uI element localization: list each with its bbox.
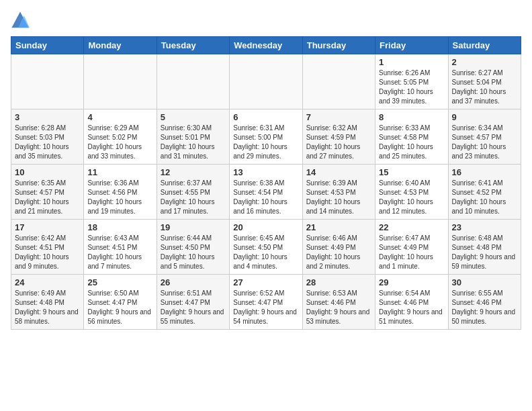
day-number: 9 <box>452 112 517 122</box>
day-info: Sunrise: 6:36 AM Sunset: 4:56 PM Dayligh… <box>87 179 152 216</box>
calendar-cell: 5Sunrise: 6:30 AM Sunset: 5:01 PM Daylig… <box>157 109 229 165</box>
day-number: 17 <box>15 222 80 232</box>
calendar-cell: 24Sunrise: 6:49 AM Sunset: 4:48 PM Dayli… <box>11 275 84 330</box>
calendar-cell: 14Sunrise: 6:39 AM Sunset: 4:53 PM Dayli… <box>302 165 375 220</box>
calendar-cell <box>302 54 375 109</box>
header-saturday: Saturday <box>448 37 521 54</box>
day-number: 19 <box>161 222 226 232</box>
header-tuesday: Tuesday <box>157 37 229 54</box>
day-info: Sunrise: 6:29 AM Sunset: 5:02 PM Dayligh… <box>87 124 152 161</box>
day-number: 7 <box>306 112 371 122</box>
day-info: Sunrise: 6:53 AM Sunset: 4:46 PM Dayligh… <box>306 289 371 326</box>
calendar-cell: 26Sunrise: 6:51 AM Sunset: 4:47 PM Dayli… <box>157 275 229 330</box>
day-info: Sunrise: 6:46 AM Sunset: 4:49 PM Dayligh… <box>306 234 371 271</box>
calendar-cell: 1Sunrise: 6:26 AM Sunset: 5:05 PM Daylig… <box>375 54 448 109</box>
day-number: 16 <box>452 167 517 177</box>
day-number: 3 <box>15 112 80 122</box>
day-number: 23 <box>452 222 517 232</box>
calendar-cell: 27Sunrise: 6:52 AM Sunset: 4:47 PM Dayli… <box>230 275 302 330</box>
header-wednesday: Wednesday <box>230 37 302 54</box>
calendar-cell <box>230 54 302 109</box>
calendar-cell: 19Sunrise: 6:44 AM Sunset: 4:50 PM Dayli… <box>157 220 229 275</box>
day-number: 12 <box>161 167 226 177</box>
calendar-table: SundayMondayTuesdayWednesdayThursdayFrid… <box>11 36 521 330</box>
day-number: 25 <box>87 277 152 287</box>
day-info: Sunrise: 6:30 AM Sunset: 5:01 PM Dayligh… <box>161 124 226 161</box>
day-number: 14 <box>306 167 371 177</box>
day-number: 18 <box>87 222 152 232</box>
day-info: Sunrise: 6:43 AM Sunset: 4:51 PM Dayligh… <box>87 234 152 271</box>
week-row-3: 17Sunrise: 6:42 AM Sunset: 4:51 PM Dayli… <box>11 220 521 275</box>
week-row-1: 3Sunrise: 6:28 AM Sunset: 5:03 PM Daylig… <box>11 109 521 165</box>
day-number: 27 <box>233 277 298 287</box>
day-info: Sunrise: 6:31 AM Sunset: 5:00 PM Dayligh… <box>233 124 298 161</box>
day-info: Sunrise: 6:41 AM Sunset: 4:52 PM Dayligh… <box>452 179 517 216</box>
calendar-cell: 25Sunrise: 6:50 AM Sunset: 4:47 PM Dayli… <box>84 275 157 330</box>
day-number: 21 <box>306 222 371 232</box>
header-monday: Monday <box>84 37 157 54</box>
logo-icon <box>11 11 30 30</box>
week-row-0: 1Sunrise: 6:26 AM Sunset: 5:05 PM Daylig… <box>11 54 521 109</box>
day-info: Sunrise: 6:48 AM Sunset: 4:48 PM Dayligh… <box>452 234 517 271</box>
calendar-cell: 18Sunrise: 6:43 AM Sunset: 4:51 PM Dayli… <box>84 220 157 275</box>
day-number: 28 <box>306 277 371 287</box>
calendar-cell: 22Sunrise: 6:47 AM Sunset: 4:49 PM Dayli… <box>375 220 448 275</box>
calendar-cell: 16Sunrise: 6:41 AM Sunset: 4:52 PM Dayli… <box>448 165 521 220</box>
day-info: Sunrise: 6:55 AM Sunset: 4:46 PM Dayligh… <box>452 289 517 326</box>
calendar-cell <box>11 54 84 109</box>
day-number: 1 <box>379 57 444 67</box>
day-info: Sunrise: 6:35 AM Sunset: 4:57 PM Dayligh… <box>15 179 80 216</box>
day-info: Sunrise: 6:33 AM Sunset: 4:58 PM Dayligh… <box>379 124 444 161</box>
day-info: Sunrise: 6:50 AM Sunset: 4:47 PM Dayligh… <box>87 289 152 326</box>
day-info: Sunrise: 6:42 AM Sunset: 4:51 PM Dayligh… <box>15 234 80 271</box>
day-number: 11 <box>87 167 152 177</box>
header-thursday: Thursday <box>302 37 375 54</box>
week-row-2: 10Sunrise: 6:35 AM Sunset: 4:57 PM Dayli… <box>11 165 521 220</box>
calendar-cell: 3Sunrise: 6:28 AM Sunset: 5:03 PM Daylig… <box>11 109 84 165</box>
day-info: Sunrise: 6:39 AM Sunset: 4:53 PM Dayligh… <box>306 179 371 216</box>
day-info: Sunrise: 6:51 AM Sunset: 4:47 PM Dayligh… <box>161 289 226 326</box>
day-info: Sunrise: 6:52 AM Sunset: 4:47 PM Dayligh… <box>233 289 298 326</box>
day-number: 24 <box>15 277 80 287</box>
day-info: Sunrise: 6:47 AM Sunset: 4:49 PM Dayligh… <box>379 234 444 271</box>
header-sunday: Sunday <box>11 37 84 54</box>
day-number: 6 <box>233 112 298 122</box>
day-info: Sunrise: 6:49 AM Sunset: 4:48 PM Dayligh… <box>15 289 80 326</box>
header-friday: Friday <box>375 37 448 54</box>
day-info: Sunrise: 6:28 AM Sunset: 5:03 PM Dayligh… <box>15 124 80 161</box>
day-number: 22 <box>379 222 444 232</box>
calendar-cell: 29Sunrise: 6:54 AM Sunset: 4:46 PM Dayli… <box>375 275 448 330</box>
calendar-cell: 28Sunrise: 6:53 AM Sunset: 4:46 PM Dayli… <box>302 275 375 330</box>
day-number: 15 <box>379 167 444 177</box>
day-info: Sunrise: 6:44 AM Sunset: 4:50 PM Dayligh… <box>161 234 226 271</box>
day-number: 5 <box>161 112 226 122</box>
day-info: Sunrise: 6:27 AM Sunset: 5:04 PM Dayligh… <box>452 68 517 106</box>
day-info: Sunrise: 6:54 AM Sunset: 4:46 PM Dayligh… <box>379 289 444 326</box>
day-number: 10 <box>15 167 80 177</box>
day-number: 2 <box>452 57 517 67</box>
calendar-cell: 11Sunrise: 6:36 AM Sunset: 4:56 PM Dayli… <box>84 165 157 220</box>
calendar-header-row: SundayMondayTuesdayWednesdayThursdayFrid… <box>11 37 521 54</box>
calendar-cell: 20Sunrise: 6:45 AM Sunset: 4:50 PM Dayli… <box>230 220 302 275</box>
calendar-cell: 13Sunrise: 6:38 AM Sunset: 4:54 PM Dayli… <box>230 165 302 220</box>
day-number: 13 <box>233 167 298 177</box>
calendar-cell: 9Sunrise: 6:34 AM Sunset: 4:57 PM Daylig… <box>448 109 521 165</box>
calendar-cell: 10Sunrise: 6:35 AM Sunset: 4:57 PM Dayli… <box>11 165 84 220</box>
calendar-cell: 23Sunrise: 6:48 AM Sunset: 4:48 PM Dayli… <box>448 220 521 275</box>
calendar-cell <box>157 54 229 109</box>
header <box>11 11 521 30</box>
day-info: Sunrise: 6:26 AM Sunset: 5:05 PM Dayligh… <box>379 68 444 106</box>
calendar-cell: 17Sunrise: 6:42 AM Sunset: 4:51 PM Dayli… <box>11 220 84 275</box>
calendar-cell: 12Sunrise: 6:37 AM Sunset: 4:55 PM Dayli… <box>157 165 229 220</box>
day-info: Sunrise: 6:32 AM Sunset: 4:59 PM Dayligh… <box>306 124 371 161</box>
day-info: Sunrise: 6:34 AM Sunset: 4:57 PM Dayligh… <box>452 124 517 161</box>
calendar-cell: 7Sunrise: 6:32 AM Sunset: 4:59 PM Daylig… <box>302 109 375 165</box>
calendar-cell: 2Sunrise: 6:27 AM Sunset: 5:04 PM Daylig… <box>448 54 521 109</box>
day-info: Sunrise: 6:40 AM Sunset: 4:53 PM Dayligh… <box>379 179 444 216</box>
calendar-cell: 4Sunrise: 6:29 AM Sunset: 5:02 PM Daylig… <box>84 109 157 165</box>
calendar-cell: 6Sunrise: 6:31 AM Sunset: 5:00 PM Daylig… <box>230 109 302 165</box>
day-number: 26 <box>161 277 226 287</box>
day-number: 20 <box>233 222 298 232</box>
calendar-cell <box>84 54 157 109</box>
day-number: 8 <box>379 112 444 122</box>
